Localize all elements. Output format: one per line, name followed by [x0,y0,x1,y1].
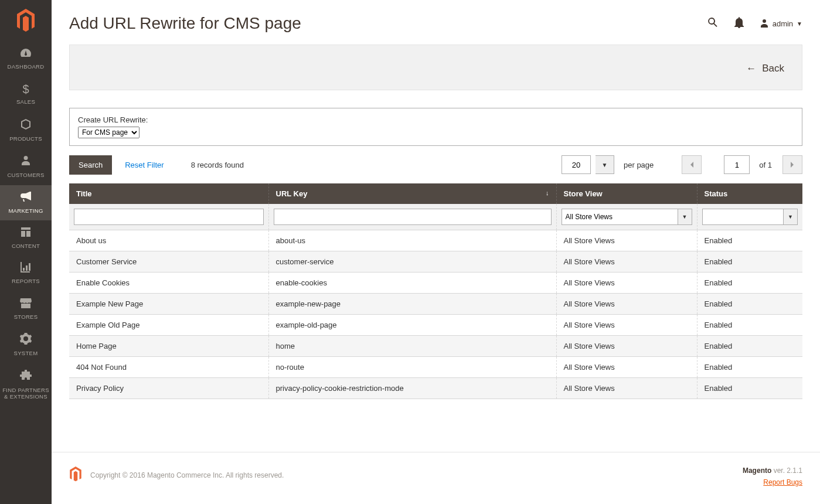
cell-store-view: All Store Views [556,357,697,378]
action-bar: ← Back [69,45,802,90]
nav-system[interactable]: System [0,326,52,363]
filter-title-input[interactable] [74,209,264,225]
cms-pages-grid: Title URL Key↓ Store View Status All Sto… [69,183,802,399]
nav-label: Customers [7,172,44,178]
bell-icon[interactable] [734,16,744,31]
nav-dashboard[interactable]: Dashboard [0,41,52,76]
box-icon [20,118,32,133]
col-header-store-view[interactable]: Store View [556,183,697,204]
per-page-dropdown[interactable]: ▼ [596,155,614,174]
caret-down-icon: ▼ [797,21,802,27]
table-row[interactable]: 404 Not Foundno-routeAll Store ViewsEnab… [69,357,802,378]
nav-label: Dashboard [8,63,45,70]
col-header-status[interactable]: Status [697,183,802,204]
cell-url-key: example-new-page [268,294,556,315]
nav-sales[interactable]: $ Sales [0,76,52,111]
col-header-url-key[interactable]: URL Key↓ [268,183,556,204]
create-url-rewrite-box: Create URL Rewrite: For CMS page [69,108,802,146]
table-row[interactable]: Home PagehomeAll Store ViewsEnabled [69,336,802,357]
nav-label: Products [9,135,42,142]
report-bugs-link[interactable]: Report Bugs [763,478,802,486]
nav-customers[interactable]: Customers [0,148,52,185]
arrow-left-icon: ← [746,63,756,74]
nav-label: Sales [16,98,35,105]
table-row[interactable]: Example Old Pageexample-old-pageAll Stor… [69,315,802,336]
cell-status: Enabled [697,251,802,273]
cell-status: Enabled [697,273,802,294]
puzzle-icon [20,370,32,384]
nav-label: Find Partners & Extensions [2,387,49,400]
footer: Copyright © 2016 Magento Commerce Inc. A… [52,452,820,504]
nav-label: Stores [14,314,38,320]
cell-status: Enabled [697,315,802,336]
table-row[interactable]: Customer Servicecustomer-serviceAll Stor… [69,251,802,273]
page-header: Add URL Rewrite for CMS page admin ▼ [52,0,820,45]
cell-status: Enabled [697,378,802,399]
dollar-icon: $ [22,83,29,96]
admin-username: admin [773,19,793,28]
person-icon [21,155,30,169]
layout-icon [21,227,31,240]
create-url-rewrite-select[interactable]: For CMS page [78,127,139,138]
nav-label: System [14,350,38,356]
cell-status: Enabled [697,336,802,357]
nav-stores[interactable]: Stores [0,291,52,326]
megaphone-icon [19,192,32,205]
cell-status: Enabled [697,357,802,378]
nav-partners[interactable]: Find Partners & Extensions [0,363,52,407]
per-page-input[interactable] [562,155,591,174]
filter-store-view-select[interactable]: All Store Views [562,209,678,225]
cell-status: Enabled [697,294,802,315]
caret-down-icon: ▼ [678,209,692,225]
cell-store-view: All Store Views [556,273,697,294]
cell-status: Enabled [697,230,802,251]
grid-toolbar: Search Reset Filter 8 records found ▼ pe… [69,154,802,175]
cell-store-view: All Store Views [556,294,697,315]
table-row[interactable]: Enable Cookiesenable-cookiesAll Store Vi… [69,273,802,294]
nav-reports[interactable]: Reports [0,256,52,291]
cell-title: Privacy Policy [69,378,268,399]
cell-url-key: about-us [268,230,556,251]
search-icon[interactable] [707,16,719,31]
magento-logo-footer [69,466,82,483]
cell-url-key: home [268,336,556,357]
nav-products[interactable]: Products [0,112,52,148]
store-icon [20,298,32,311]
nav-content[interactable]: Content [0,220,52,256]
records-found: 8 records found [191,161,244,169]
cell-title: Customer Service [69,251,268,273]
cell-store-view: All Store Views [556,230,697,251]
filter-row: All Store Views ▼ ▼ [69,204,802,230]
back-button[interactable]: ← Back [746,63,784,74]
admin-user[interactable]: admin ▼ [760,19,802,28]
sidebar: Dashboard $ Sales Products Customers Mar… [0,0,52,504]
cell-url-key: example-old-page [268,315,556,336]
search-button[interactable]: Search [69,155,112,175]
dashboard-icon [19,47,32,61]
chart-icon [21,262,31,275]
filter-urlkey-input[interactable] [274,209,552,225]
version: ver. 2.1.1 [771,466,802,475]
col-header-title[interactable]: Title [69,183,268,204]
filter-status-select[interactable] [702,209,784,225]
per-page-label: per page [624,161,654,169]
version-label: Magento [743,466,771,475]
reset-filter-link[interactable]: Reset Filter [125,161,164,169]
page-title: Add URL Rewrite for CMS page [69,14,301,33]
nav-label: Content [12,243,40,249]
cell-url-key: customer-service [268,251,556,273]
next-page-button[interactable] [782,155,802,174]
cell-store-view: All Store Views [556,315,697,336]
prev-page-button[interactable] [682,155,702,174]
magento-logo[interactable] [0,0,52,41]
table-row[interactable]: About usabout-usAll Store ViewsEnabled [69,230,802,251]
page-of-label: of 1 [759,161,772,169]
nav-marketing[interactable]: Marketing [0,185,52,220]
table-row[interactable]: Example New Pageexample-new-pageAll Stor… [69,294,802,315]
gear-icon [20,333,32,348]
cell-title: Example New Page [69,294,268,315]
page-input[interactable] [724,155,750,174]
table-row[interactable]: Privacy Policyprivacy-policy-cookie-rest… [69,378,802,399]
caret-down-icon: ▼ [784,209,798,225]
cell-store-view: All Store Views [556,378,697,399]
